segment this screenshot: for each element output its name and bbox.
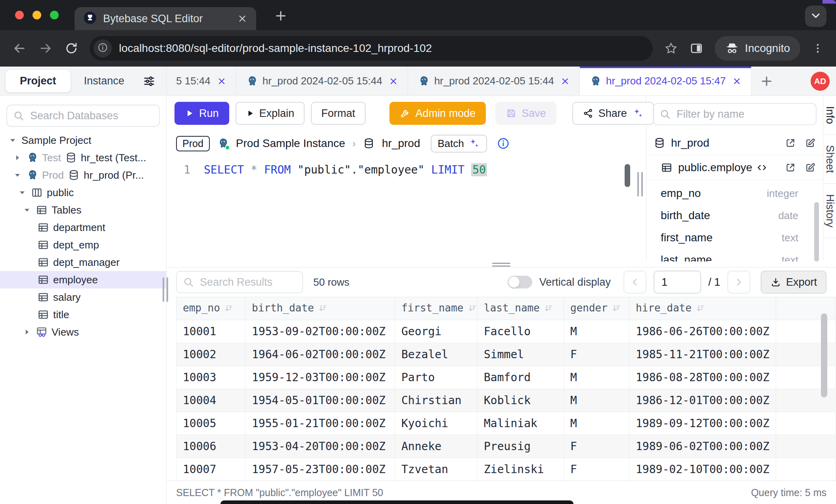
schema-column-last_name[interactable]: last_nametext	[646, 249, 823, 262]
editor-scrollbar[interactable]	[625, 164, 630, 187]
site-info-button[interactable]	[94, 39, 112, 57]
tree-item-tables[interactable]: Tables	[0, 201, 166, 219]
new-tab-button[interactable]	[274, 9, 288, 23]
editor-tab-1[interactable]: 5 15:44	[167, 67, 236, 95]
results-scrollbar[interactable]	[821, 313, 827, 397]
tab-project[interactable]: Project	[6, 70, 71, 92]
table-row[interactable]: 100071957-05-23T00:00:00ZTzvetanZielinsk…	[176, 458, 836, 481]
editor-tab-4[interactable]: hr_prod 2024-02-05 15:47	[580, 67, 752, 95]
schema-column-first_name[interactable]: first_nametext	[646, 227, 823, 249]
sort-icon[interactable]	[468, 304, 477, 315]
side-tab-history[interactable]: History	[823, 184, 836, 238]
editor-tab-3[interactable]: hr_prod 2024-02-05 15:44	[408, 67, 580, 95]
page-number-input[interactable]	[654, 276, 700, 289]
share-button[interactable]: Share	[572, 102, 654, 125]
side-panel-icon[interactable]	[689, 41, 704, 55]
instance-name[interactable]: Prod Sample Instance	[236, 137, 345, 150]
side-tab-info[interactable]: Info	[823, 96, 836, 135]
results-search[interactable]	[176, 271, 303, 293]
schema-scrollbar[interactable]	[814, 202, 819, 262]
table-row[interactable]: 100021964-06-02T00:00:00ZBezalelSimmelF1…	[176, 343, 836, 366]
external-link-icon[interactable]	[785, 137, 796, 149]
column-header-last_name[interactable]: last_name	[477, 297, 564, 320]
browser-menu-button[interactable]	[811, 42, 824, 55]
schema-database-row[interactable]: hr_prod	[646, 131, 823, 155]
caret-down-icon[interactable]	[13, 171, 22, 179]
table-row[interactable]: 100051955-01-21T00:00:00ZKyoichiMaliniak…	[176, 412, 836, 435]
sql-code-editor[interactable]: 1 SELECT * FROM "public"."employee" LIMI…	[167, 156, 646, 262]
tree-item-salary[interactable]: salary	[0, 288, 166, 306]
vertical-display-toggle[interactable]	[508, 276, 532, 288]
editor-tab-2[interactable]: hr_prod 2024-02-05 15:44	[236, 67, 408, 95]
next-page-button[interactable]	[727, 271, 750, 294]
schema-filter[interactable]	[653, 103, 817, 125]
tree-item-dept_manager[interactable]: dept_manager	[0, 254, 166, 271]
side-tab-sheet[interactable]: Sheet	[823, 135, 836, 184]
close-tab-icon[interactable]	[389, 76, 398, 86]
caret-down-icon[interactable]	[17, 189, 27, 197]
bookmark-icon[interactable]	[664, 41, 678, 55]
close-tab-icon[interactable]	[217, 76, 226, 86]
forward-button[interactable]	[38, 41, 53, 56]
schema-table-row[interactable]: public.employe	[646, 155, 823, 180]
close-tab-icon[interactable]	[237, 13, 247, 24]
close-window-button[interactable]	[15, 11, 24, 19]
format-button[interactable]: Format	[311, 102, 366, 125]
schema-column-birth_date[interactable]: birth_datedate	[646, 204, 823, 227]
sort-icon[interactable]	[612, 304, 621, 315]
minimize-window-button[interactable]	[33, 11, 41, 19]
avatar[interactable]: AD	[811, 72, 830, 91]
caret-down-icon[interactable]	[22, 206, 32, 214]
edit-icon[interactable]	[805, 162, 816, 173]
tree-item-dept_emp[interactable]: dept_emp	[0, 236, 166, 254]
panel-resize-handle[interactable]	[637, 172, 643, 197]
tree-item-views[interactable]: Views	[0, 323, 166, 341]
column-header-gender[interactable]: gender	[564, 297, 629, 320]
table-row[interactable]: 100041954-05-01T00:00:00ZChirstianKoblic…	[176, 389, 836, 412]
tab-instance[interactable]: Instance	[71, 70, 138, 92]
address-bar[interactable]: localhost:8080/sql-editor/prod-sample-in…	[90, 36, 653, 61]
filter-settings-icon[interactable]	[142, 74, 156, 88]
info-circle-icon[interactable]	[497, 137, 510, 150]
external-link-icon[interactable]	[785, 162, 796, 173]
save-button[interactable]: Save	[495, 102, 556, 125]
database-search-input[interactable]	[29, 109, 153, 122]
export-button[interactable]: Export	[761, 271, 826, 294]
schema-filter-input[interactable]	[676, 108, 810, 121]
sort-icon[interactable]	[544, 304, 553, 315]
close-tab-icon[interactable]	[732, 76, 742, 86]
run-button[interactable]: Run	[174, 102, 229, 125]
tree-item-hr_test-test-[interactable]: Testhr_test (Test...	[0, 149, 166, 166]
caret-right-icon[interactable]	[13, 154, 22, 162]
sort-icon[interactable]	[318, 304, 328, 315]
edit-icon[interactable]	[805, 137, 816, 149]
column-header-first_name[interactable]: first_name	[395, 297, 477, 320]
results-search-input[interactable]	[199, 276, 297, 289]
tree-item-employee[interactable]: employee	[0, 271, 166, 288]
tree-item-hr_prod-pr-[interactable]: Prodhr_prod (Pr...	[0, 166, 166, 184]
tree-item-department[interactable]: department	[0, 219, 166, 236]
browser-tab[interactable]: Bytebase SQL Editor	[75, 7, 256, 30]
sort-icon[interactable]	[224, 304, 234, 315]
column-header-birth_date[interactable]: birth_date	[245, 297, 395, 320]
page-number-field[interactable]	[654, 271, 701, 294]
table-row[interactable]: 100011953-09-02T00:00:00ZGeorgiFacelloM1…	[176, 320, 836, 343]
table-row[interactable]: 100061953-04-20T00:00:00ZAnnekePreusigF1…	[176, 435, 836, 458]
batch-button[interactable]: Batch	[431, 135, 487, 153]
caret-down-icon[interactable]	[8, 136, 17, 144]
maximize-window-button[interactable]	[50, 11, 59, 19]
table-row[interactable]: 100031959-12-03T00:00:00ZPartoBamfordM19…	[176, 366, 836, 389]
prev-page-button[interactable]	[623, 271, 646, 294]
tree-item-sample-project[interactable]: Sample Project	[0, 132, 166, 149]
code-icon[interactable]	[756, 162, 767, 173]
column-header-hire_date[interactable]: hire_date	[629, 297, 776, 320]
explain-button[interactable]: Explain	[236, 102, 305, 125]
tab-search-button[interactable]	[805, 6, 826, 27]
horizontal-splitter[interactable]	[167, 262, 836, 267]
reload-button[interactable]	[64, 41, 79, 55]
column-header-emp_no[interactable]: emp_no	[176, 297, 245, 320]
sort-icon[interactable]	[696, 304, 705, 315]
database-name[interactable]: hr_prod	[382, 137, 420, 150]
schema-column-emp_no[interactable]: emp_nointeger	[646, 182, 823, 204]
caret-right-icon[interactable]	[22, 328, 32, 336]
